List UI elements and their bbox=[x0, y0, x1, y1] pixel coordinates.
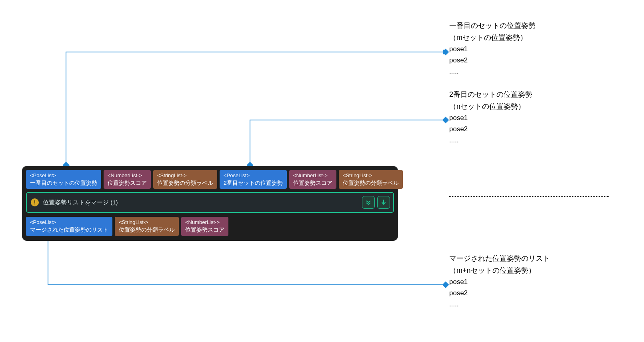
annotation-subtitle: （mセットの位置姿勢） bbox=[449, 32, 536, 44]
input-port-stringlist-1[interactable]: <StringList-> 位置姿勢の分類ラベル bbox=[153, 170, 217, 189]
warning-icon: ! bbox=[31, 198, 39, 206]
port-label: 2番目セットの位置姿勢 bbox=[224, 179, 283, 187]
step-panel: <PoseList> 一番目のセットの位置姿勢 <NumberList-> 位置… bbox=[22, 166, 398, 241]
port-label: 位置姿勢の分類ラベル bbox=[157, 179, 213, 187]
port-type: <StringList-> bbox=[157, 172, 213, 179]
svg-rect-5 bbox=[443, 117, 448, 123]
annotation-item: ..... bbox=[449, 135, 532, 146]
port-label: マージされた位置姿勢のリスト bbox=[30, 226, 108, 234]
svg-marker-1 bbox=[443, 50, 447, 54]
annotation-subtitle: （nセットの位置姿勢） bbox=[449, 101, 532, 113]
expand-down-button[interactable] bbox=[362, 196, 375, 209]
port-type: <NumberList-> bbox=[108, 172, 147, 179]
annotation-title: 2番目のセットの位置姿勢 bbox=[449, 89, 532, 101]
port-type: <NumberList-> bbox=[293, 172, 332, 179]
annotation-title: 一番目のセットの位置姿勢 bbox=[449, 20, 536, 32]
annotation-item: ..... bbox=[449, 66, 536, 77]
svg-rect-7 bbox=[443, 282, 448, 288]
annotation-item: pose2 bbox=[449, 288, 550, 299]
annotation-title: マージされた位置姿勢のリスト bbox=[449, 253, 550, 265]
port-label: 位置姿勢スコア bbox=[108, 179, 147, 187]
step-header-actions bbox=[362, 196, 390, 209]
annotation-item: pose2 bbox=[449, 124, 532, 135]
output-ports-row: <PoseList> マージされた位置姿勢のリスト <StringList-> … bbox=[26, 217, 394, 236]
annotation-item: pose1 bbox=[449, 276, 550, 288]
port-type: <PoseList> bbox=[224, 172, 283, 179]
double-chevron-down-icon bbox=[365, 199, 372, 206]
port-type: <NumberList-> bbox=[185, 219, 224, 226]
input-port-poselist-1[interactable]: <PoseList> 一番目のセットの位置姿勢 bbox=[26, 170, 101, 189]
annotation-item: pose1 bbox=[449, 112, 532, 124]
output-port-numberlist[interactable]: <NumberList-> 位置姿勢スコア bbox=[181, 217, 228, 236]
port-label: 位置姿勢スコア bbox=[185, 226, 224, 234]
annotation-set1: 一番目のセットの位置姿勢 （mセットの位置姿勢） pose1 pose2 ...… bbox=[449, 20, 536, 78]
port-type: <StringList-> bbox=[343, 172, 399, 179]
input-port-poselist-2[interactable]: <PoseList> 2番目セットの位置姿勢 bbox=[220, 170, 287, 189]
input-ports-row: <PoseList> 一番目のセットの位置姿勢 <NumberList-> 位置… bbox=[26, 170, 394, 189]
output-port-poselist[interactable]: <PoseList> マージされた位置姿勢のリスト bbox=[26, 217, 112, 236]
annotation-item: ..... bbox=[449, 299, 550, 310]
output-port-stringlist[interactable]: <StringList-> 位置姿勢の分類ラベル bbox=[115, 217, 179, 236]
annotation-merged: マージされた位置姿勢のリスト （m+nセットの位置姿勢） pose1 pose2… bbox=[449, 253, 550, 310]
port-label: 一番目のセットの位置姿勢 bbox=[30, 179, 97, 187]
arrow-down-icon bbox=[380, 199, 387, 206]
step-header-left: ! 位置姿勢リストをマージ (1) bbox=[31, 198, 118, 206]
step-title: 位置姿勢リストをマージ (1) bbox=[43, 199, 118, 206]
dotted-separator bbox=[449, 196, 609, 197]
input-port-stringlist-2[interactable]: <StringList-> 位置姿勢の分類ラベル bbox=[339, 170, 403, 189]
port-type: <PoseList> bbox=[30, 219, 108, 226]
annotation-item: pose1 bbox=[449, 44, 536, 55]
step-header-bar[interactable]: ! 位置姿勢リストをマージ (1) bbox=[26, 192, 394, 213]
port-label: 位置姿勢スコア bbox=[293, 179, 332, 187]
pull-down-button[interactable] bbox=[377, 196, 390, 209]
port-label: 位置姿勢の分類ラベル bbox=[119, 226, 175, 234]
port-label: 位置姿勢の分類ラベル bbox=[343, 179, 399, 187]
port-type: <StringList-> bbox=[119, 219, 175, 226]
input-port-numberlist-1[interactable]: <NumberList-> 位置姿勢スコア bbox=[104, 170, 151, 189]
annotation-item: pose2 bbox=[449, 55, 536, 66]
input-port-numberlist-2[interactable]: <NumberList-> 位置姿勢スコア bbox=[289, 170, 336, 189]
annotation-subtitle: （m+nセットの位置姿勢） bbox=[449, 265, 550, 277]
svg-rect-2 bbox=[443, 49, 448, 55]
annotation-set2: 2番目のセットの位置姿勢 （nセットの位置姿勢） pose1 pose2 ...… bbox=[449, 89, 532, 146]
port-type: <PoseList> bbox=[30, 172, 97, 179]
